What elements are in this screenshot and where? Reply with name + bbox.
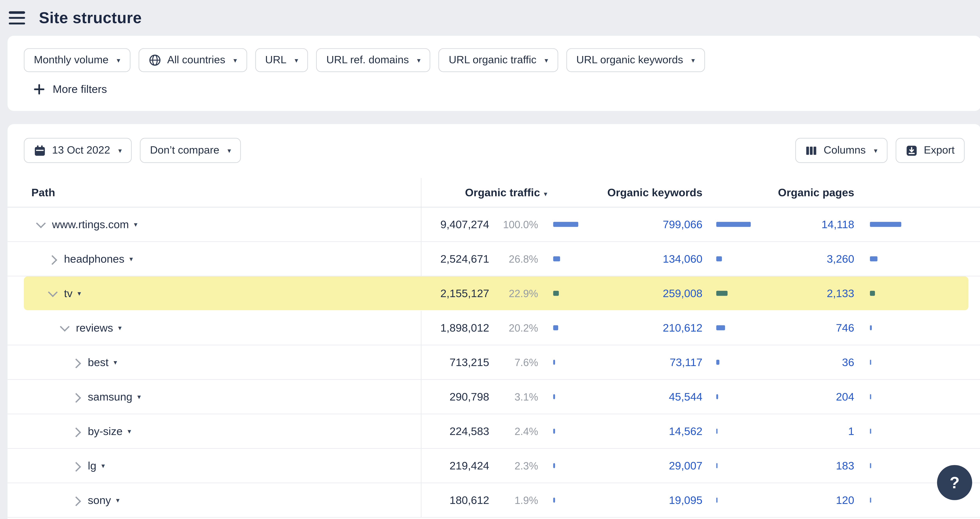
path-dropdown-caret-icon[interactable]: ▾ — [101, 462, 105, 469]
organic-traffic-value: 9,407,274 — [422, 218, 489, 231]
path-dropdown-caret-icon[interactable]: ▾ — [118, 324, 122, 331]
column-header-organic-traffic[interactable]: Organic traffic▾ — [422, 186, 591, 199]
tree-toggle[interactable] — [35, 219, 45, 229]
path-label[interactable]: reviews — [76, 321, 113, 334]
organic-pages-link[interactable]: 36 — [842, 356, 854, 368]
keywords-bar — [716, 360, 719, 365]
organic-pages-link[interactable]: 204 — [836, 390, 854, 403]
organic-keywords-link[interactable]: 799,066 — [663, 218, 702, 230]
date-picker-button[interactable]: 13 Oct 2022▾ — [24, 138, 132, 163]
organic-keywords-link[interactable]: 19,095 — [669, 494, 702, 506]
filter-monthly-volume[interactable]: Monthly volume▾ — [24, 48, 130, 72]
organic-keywords-link[interactable]: 73,117 — [670, 356, 702, 368]
organic-keywords-link[interactable]: 29,007 — [669, 459, 702, 471]
column-header-organic-keywords[interactable]: Organic keywords — [591, 186, 702, 199]
organic-pages-link[interactable]: 14,118 — [821, 218, 854, 230]
path-cell: sony ▾ — [8, 483, 422, 517]
more-filters-button[interactable]: More filters — [24, 83, 107, 96]
keywords-bar — [716, 256, 722, 262]
organic-traffic-value: 1,898,012 — [422, 321, 489, 334]
path-label[interactable]: lg — [88, 459, 96, 472]
columns-button[interactable]: Columns▾ — [795, 138, 887, 163]
filter-url-organic-keywords[interactable]: URL organic keywords▾ — [566, 48, 705, 72]
report-card: 13 Oct 2022▾ Don’t compare▾ Columns▾ — [8, 124, 980, 519]
filter-url[interactable]: URL▾ — [255, 48, 308, 72]
column-header-organic-pages[interactable]: Organic pages — [766, 186, 854, 199]
pages-bar — [870, 394, 871, 399]
organic-keywords-link[interactable]: 210,612 — [663, 321, 702, 334]
tree-chevron-icon — [60, 322, 69, 332]
path-dropdown-caret-icon[interactable]: ▾ — [113, 359, 117, 366]
path-cell: tv ▾ — [8, 276, 422, 310]
table-row: sony ▾ 180,612 1.9% 19,095 120 — [8, 483, 980, 517]
filter-url-ref-domains[interactable]: URL ref. domains▾ — [317, 48, 431, 72]
pages-bar — [870, 463, 871, 468]
filters-card: Monthly volume▾ All countries▾ URL▾ URL … — [8, 36, 980, 111]
pages-bar — [870, 498, 871, 503]
path-label[interactable]: www.rtings.com — [52, 218, 129, 231]
traffic-percent: 26.8% — [489, 253, 538, 265]
organic-pages-link[interactable]: 120 — [836, 494, 854, 506]
path-label[interactable]: sony — [88, 494, 111, 507]
table-row: reviews ▾ 1,898,012 20.2% 210,612 746 — [8, 311, 980, 345]
table-row: tv ▾ 2,155,127 22.9% 259,008 2,133 — [8, 276, 980, 311]
keywords-bar — [716, 498, 718, 503]
traffic-percent: 2.4% — [489, 425, 538, 437]
date-label: 13 Oct 2022 — [52, 144, 110, 157]
organic-pages-link[interactable]: 746 — [836, 321, 854, 334]
organic-pages-link[interactable]: 3,260 — [827, 252, 854, 265]
path-dropdown-caret-icon[interactable]: ▾ — [127, 428, 131, 435]
path-dropdown-caret-icon[interactable]: ▾ — [116, 497, 119, 503]
toolbar-left: 13 Oct 2022▾ Don’t compare▾ — [24, 138, 241, 163]
columns-icon — [805, 144, 818, 157]
export-button[interactable]: Export — [896, 138, 964, 163]
path-dropdown-caret-icon[interactable]: ▾ — [137, 393, 141, 400]
table-row: by-size ▾ 224,583 2.4% 14,562 1 — [8, 414, 980, 449]
path-dropdown-caret-icon[interactable]: ▾ — [129, 256, 133, 262]
path-dropdown-caret-icon[interactable]: ▾ — [134, 221, 137, 228]
traffic-bar — [553, 256, 560, 262]
organic-pages-link[interactable]: 1 — [848, 425, 854, 437]
table-row: lg ▾ 219,424 2.3% 29,007 183 — [8, 449, 980, 483]
path-label[interactable]: tv — [64, 287, 73, 300]
table-row: best ▾ 713,215 7.6% 73,117 36 — [8, 345, 980, 380]
organic-pages-link[interactable]: 2,133 — [827, 287, 854, 299]
path-label[interactable]: headphones — [64, 252, 124, 265]
tree-toggle[interactable] — [47, 254, 57, 264]
organic-keywords-link[interactable]: 45,544 — [669, 390, 702, 403]
organic-traffic-value: 180,612 — [422, 494, 489, 507]
tree-chevron-icon — [47, 255, 57, 265]
compare-label: Don’t compare — [150, 144, 220, 157]
tree-chevron-icon — [71, 358, 81, 368]
traffic-percent: 3.1% — [489, 391, 538, 403]
filter-all-countries[interactable]: All countries▾ — [138, 48, 247, 72]
tree-chevron-icon — [48, 287, 57, 297]
organic-keywords-link[interactable]: 259,008 — [663, 287, 702, 299]
menu-icon[interactable] — [9, 11, 25, 24]
tree-toggle[interactable] — [47, 288, 57, 298]
path-label[interactable]: by-size — [88, 425, 123, 438]
tree-toggle[interactable] — [71, 357, 81, 367]
organic-keywords-link[interactable]: 134,060 — [663, 252, 702, 265]
tree-chevron-icon — [71, 496, 81, 506]
traffic-bar — [553, 463, 555, 468]
filter-url-organic-traffic[interactable]: URL organic traffic▾ — [439, 48, 558, 72]
filter-label: URL organic traffic — [449, 54, 537, 67]
path-label[interactable]: samsung — [88, 390, 132, 403]
path-dropdown-caret-icon[interactable]: ▾ — [78, 290, 81, 297]
tree-toggle[interactable] — [59, 323, 69, 333]
tree-toggle[interactable] — [71, 495, 81, 505]
organic-pages-link[interactable]: 183 — [836, 459, 854, 471]
path-label[interactable]: best — [88, 356, 108, 369]
tree-toggle[interactable] — [71, 461, 81, 471]
keywords-bar — [716, 463, 718, 468]
toolbar-right: Columns▾ Export — [795, 138, 964, 163]
help-button[interactable]: ? — [937, 465, 972, 500]
organic-keywords-link[interactable]: 14,562 — [669, 425, 702, 437]
chevron-down-icon: ▾ — [118, 147, 122, 154]
chevron-down-icon: ▾ — [228, 147, 231, 154]
compare-button[interactable]: Don’t compare▾ — [140, 138, 241, 163]
tree-toggle[interactable] — [71, 426, 81, 436]
tree-toggle[interactable] — [71, 392, 81, 402]
traffic-bar — [553, 360, 555, 365]
